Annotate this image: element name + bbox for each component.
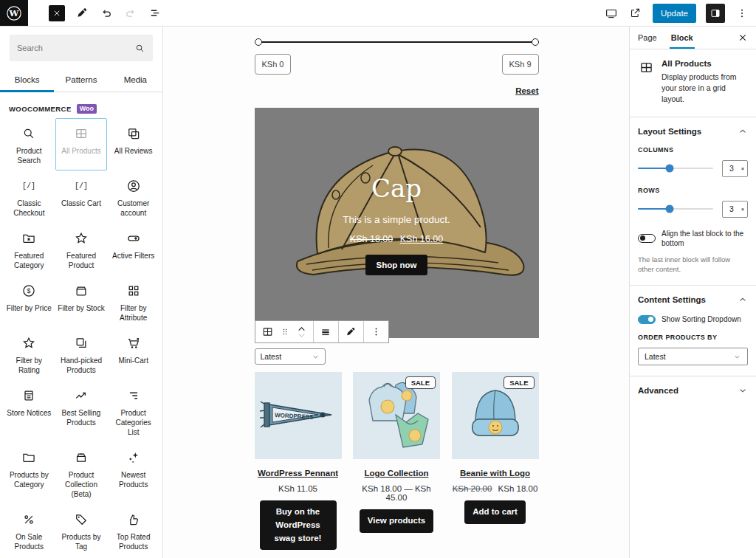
block-item[interactable]: Classic Checkout (3, 170, 55, 223)
layout-settings-header[interactable]: Layout Settings (638, 126, 748, 137)
block-item[interactable]: Filter by Rating (3, 328, 55, 380)
columns-number-input[interactable]: 3 ▲▼ (722, 160, 748, 177)
block-item[interactable]: Filter by Price (3, 275, 55, 328)
add-to-cart-button[interactable]: Add to cart (464, 500, 526, 524)
block-item[interactable]: All Reviews (107, 118, 159, 170)
slider-thumb[interactable] (665, 205, 673, 213)
block-item[interactable]: Filter by Stock (55, 275, 108, 328)
block-item[interactable]: Hand-picked Products (55, 328, 108, 380)
chevron-down-icon (733, 353, 741, 361)
block-icon (126, 450, 141, 465)
settings-panel-toggle[interactable] (706, 4, 725, 23)
slider-thumb[interactable] (665, 165, 673, 173)
edit-mode-button[interactable] (75, 6, 89, 21)
block-item[interactable]: All Products (55, 118, 108, 170)
block-item[interactable]: Products by Category (3, 442, 55, 504)
number-spinner[interactable]: ▲▼ (740, 209, 747, 210)
layout-settings-panel: Layout Settings COLUMNS 3 ▲▼ ROWS 3 ▲▼ A… (630, 117, 756, 286)
toggle-inserter-button[interactable] (49, 5, 65, 21)
view-post-button[interactable] (628, 6, 643, 21)
tab-page[interactable]: Page (638, 27, 657, 49)
align-button[interactable] (320, 326, 332, 338)
move-up-button[interactable] (297, 326, 307, 332)
order-products-select[interactable]: Latest (638, 348, 748, 365)
order-value: Latest (645, 352, 666, 361)
columns-slider[interactable] (638, 168, 713, 170)
options-menu-button[interactable] (735, 6, 749, 21)
product-title[interactable]: Beanie with Logo (460, 469, 530, 478)
block-item[interactable]: Product Categories List (107, 380, 159, 442)
update-button[interactable]: Update (653, 4, 696, 23)
block-options-button[interactable] (370, 326, 382, 338)
product-title[interactable]: WordPress Pennant (258, 469, 338, 478)
move-down-button[interactable] (297, 332, 307, 339)
product-title[interactable]: Logo Collection (365, 469, 429, 478)
featured-product-description: This is a simple product. (343, 214, 450, 225)
advanced-header[interactable]: Advanced (638, 385, 748, 396)
block-item[interactable]: Featured Category (3, 223, 55, 275)
block-item[interactable]: Filter by Attribute (107, 275, 159, 328)
number-spinner[interactable]: ▲▼ (740, 168, 747, 169)
redo-button[interactable] (123, 6, 138, 21)
chevron-up-icon (297, 326, 306, 332)
product-image-beanie[interactable]: SALE (452, 372, 539, 459)
tab-patterns[interactable]: Patterns (54, 67, 108, 92)
featured-product-content: Cap This is a simple product. KSh 18.00 … (255, 108, 539, 338)
block-item[interactable]: Newest Products (107, 442, 159, 504)
block-item[interactable]: Products by Tag (55, 504, 108, 557)
block-item[interactable]: Featured Product (55, 223, 108, 275)
preview-button[interactable] (604, 6, 619, 21)
wordpress-logo[interactable]: W (0, 0, 28, 26)
block-label: On Sale Products (5, 532, 53, 551)
block-item[interactable]: Best Selling Products (55, 380, 108, 442)
block-item[interactable]: On Sale Products (3, 504, 55, 557)
rows-label: ROWS (638, 187, 748, 194)
block-label: Top Rated Products (109, 532, 157, 551)
show-sorting-toggle[interactable] (638, 315, 656, 324)
slider-track (258, 41, 536, 44)
reset-link[interactable]: Reset (515, 86, 538, 95)
product-image-logo-collection[interactable]: SALE (353, 372, 440, 459)
slider-handle-min[interactable] (255, 38, 262, 46)
block-item[interactable]: Product Collection (Beta) (55, 442, 108, 504)
document-overview-button[interactable] (148, 6, 162, 21)
block-icon (21, 179, 36, 193)
undo-button[interactable] (99, 6, 114, 21)
product-buy-button[interactable]: Buy on the WordPress swag store! (260, 500, 337, 550)
drag-dots-icon (281, 326, 289, 337)
block-icon (126, 388, 141, 403)
content-settings-header[interactable]: Content Settings (638, 294, 748, 305)
search-input[interactable] (17, 44, 134, 52)
max-price-box[interactable]: KSh 9 (502, 54, 539, 75)
product-image-pennant[interactable]: WORDPRESS (255, 372, 342, 459)
sort-dropdown[interactable]: Latest (255, 348, 326, 365)
tab-blocks[interactable]: Blocks (0, 67, 54, 92)
price-filter-slider[interactable] (255, 38, 539, 46)
tab-block[interactable]: Block (671, 27, 693, 49)
block-label: Featured Category (5, 251, 53, 270)
block-label: Classic Checkout (5, 199, 53, 218)
view-products-button[interactable]: View products (360, 509, 433, 533)
featured-product-title: Cap (371, 173, 422, 203)
drag-handle[interactable] (279, 326, 292, 338)
rows-slider[interactable] (638, 208, 713, 210)
block-item[interactable]: Top Rated Products (107, 504, 159, 557)
block-item[interactable]: Product Search (3, 118, 55, 170)
min-price-box[interactable]: KSh 0 (255, 54, 292, 75)
woocommerce-section-header: WOOCOMMERCE Woo (9, 104, 162, 114)
rows-number-input[interactable]: 3 ▲▼ (722, 201, 748, 218)
block-item[interactable]: Active Filters (107, 223, 159, 275)
slider-handle-max[interactable] (532, 38, 539, 46)
align-last-block-toggle[interactable] (638, 234, 656, 243)
edit-button[interactable] (345, 326, 357, 338)
tab-media[interactable]: Media (109, 67, 162, 92)
block-type-button[interactable] (261, 326, 274, 338)
block-item[interactable]: Customer account (107, 170, 159, 223)
featured-product-block[interactable]: Cap This is a simple product. KSh 18.00 … (255, 108, 539, 338)
block-item[interactable]: Classic Cart (55, 170, 108, 223)
inserter-search[interactable] (10, 35, 153, 61)
close-settings-icon[interactable] (737, 32, 749, 44)
shop-now-button[interactable]: Shop now (365, 255, 428, 275)
block-item[interactable]: Store Notices (3, 380, 55, 442)
block-item[interactable]: Mini-Cart (107, 328, 159, 380)
